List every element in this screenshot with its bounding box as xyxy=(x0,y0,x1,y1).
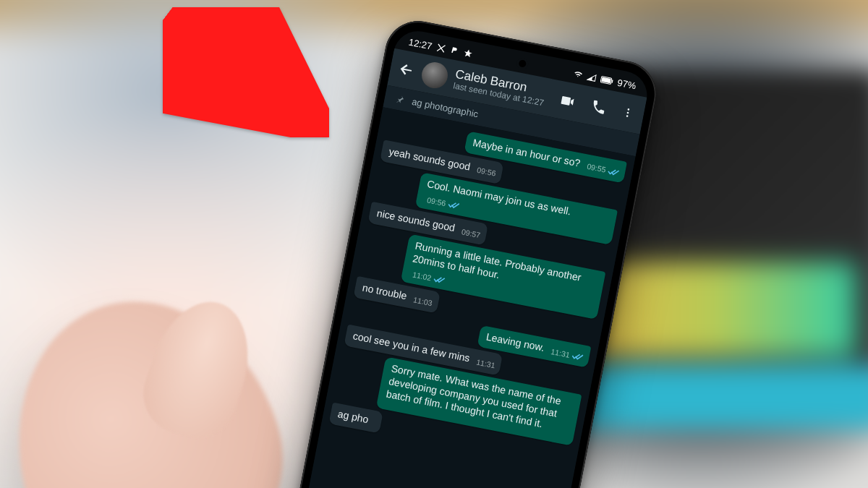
battery-icon xyxy=(600,74,614,86)
svg-point-4 xyxy=(627,108,629,111)
message-meta: 11:31 xyxy=(548,346,584,363)
message-meta: 11:03 xyxy=(409,294,433,308)
message-meta: 09:56 xyxy=(473,165,496,179)
annotation-arrow xyxy=(163,7,329,140)
video-camera-icon xyxy=(558,92,577,111)
message-text: Leaving now. xyxy=(485,331,545,355)
message-meta: 09:56 xyxy=(423,194,460,211)
message-time: 09:55 xyxy=(586,162,606,175)
video-call-button[interactable] xyxy=(558,92,577,111)
svg-point-6 xyxy=(626,115,629,117)
back-button[interactable] xyxy=(396,59,417,80)
message-meta xyxy=(384,405,387,406)
message-text: ag pho xyxy=(336,408,369,427)
phone-icon xyxy=(590,98,608,116)
message-time: 11:31 xyxy=(550,347,570,360)
more-vertical-icon xyxy=(621,104,635,122)
message-time: 11:31 xyxy=(475,357,495,370)
notification-icon xyxy=(462,48,473,59)
more-options-button[interactable] xyxy=(621,104,635,122)
voice-call-button[interactable] xyxy=(590,98,608,116)
back-arrow-icon xyxy=(397,61,416,80)
message-time: 09:56 xyxy=(476,166,496,179)
message-meta: 11:02 xyxy=(409,270,446,286)
paypal-notification-icon xyxy=(449,45,460,56)
message-time: 11:03 xyxy=(412,295,433,308)
read-ticks-icon xyxy=(571,351,584,361)
svg-point-5 xyxy=(626,111,629,114)
contact-avatar[interactable] xyxy=(420,60,450,90)
pin-icon xyxy=(394,93,406,105)
read-ticks-icon xyxy=(607,167,620,177)
read-ticks-icon xyxy=(433,275,446,285)
message-meta: 09:57 xyxy=(458,226,481,240)
x-notification-icon xyxy=(435,42,446,53)
message-time: 09:56 xyxy=(426,195,446,208)
message-text: no trouble xyxy=(361,282,408,303)
message-meta: 09:55 xyxy=(583,161,620,178)
battery-percent: 97% xyxy=(616,77,637,91)
message-meta: 11:31 xyxy=(472,356,495,370)
message-time: 11:02 xyxy=(412,270,432,283)
status-time: 12:27 xyxy=(408,36,433,51)
message-meta xyxy=(371,427,374,428)
wifi-icon xyxy=(573,69,584,80)
read-ticks-icon xyxy=(447,200,460,210)
svg-line-0 xyxy=(177,18,304,114)
message-time: 09:57 xyxy=(461,227,481,240)
signal-icon xyxy=(586,72,597,82)
